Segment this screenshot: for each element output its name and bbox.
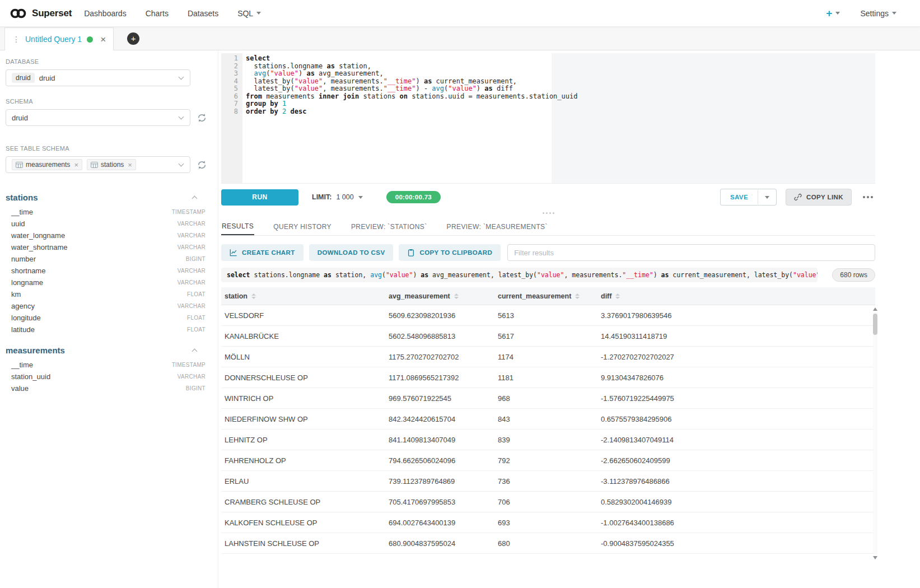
column-type: BIGINT — [186, 385, 206, 391]
limit-dropdown[interactable]: LIMIT: 1 000 — [312, 193, 363, 201]
brand-name: Superset — [32, 8, 72, 19]
sort-icon[interactable] — [615, 293, 620, 299]
sql-editor[interactable]: 12345678 select stations.longname as sta… — [221, 53, 875, 184]
chevron-up-icon[interactable] — [192, 348, 198, 354]
create-chart-button[interactable]: CREATE CHART — [221, 244, 303, 261]
table-row: VELSDORF5609.62309820193656133.376901798… — [221, 305, 875, 326]
table-row: FAHRENHOLZ OP794.6626506024096792-2.6626… — [221, 450, 875, 471]
column-name: number — [11, 255, 36, 263]
table-schema-label: SEE TABLE SCHEMA — [6, 145, 212, 152]
table-cell: -0.9004837595024355 — [597, 539, 875, 548]
table-cell: 792 — [494, 456, 597, 465]
column-type: FLOAT — [187, 326, 206, 333]
column-type: VARCHAR — [178, 374, 206, 380]
settings-dropdown[interactable]: Settings — [860, 9, 896, 18]
resize-grip-icon[interactable] — [543, 212, 554, 214]
plus-icon: + — [826, 8, 832, 18]
schema-table-header-stations[interactable]: stations — [6, 190, 212, 206]
results-tab-3[interactable]: PREVIEW: `MEASUREMENTS` — [446, 218, 548, 235]
table-icon — [91, 162, 98, 168]
column-name: __time — [11, 361, 33, 369]
scroll-up-icon[interactable] — [873, 307, 877, 311]
scroll-down-icon[interactable] — [873, 556, 877, 559]
column-header-current_measurement[interactable]: current_measurement — [494, 292, 597, 300]
results-pane: RESULTSQUERY HISTORYPREVIEW: `STATIONS`P… — [221, 218, 875, 554]
copy-link-button[interactable]: COPY LINK — [786, 189, 852, 206]
tab-close-icon[interactable]: × — [100, 35, 106, 44]
save-dropdown-button[interactable] — [758, 189, 777, 206]
nav-charts[interactable]: Charts — [146, 9, 169, 18]
table-tag-measurements: measurements × — [12, 159, 82, 170]
table-cell: CRAMBERG SCHLEUSE OP — [221, 498, 385, 506]
column-header-station[interactable]: station — [221, 292, 385, 300]
code-line: from measurements inner join stations on… — [246, 93, 875, 101]
download-csv-button[interactable]: DOWNLOAD TO CSV — [309, 244, 394, 261]
brand[interactable]: Superset — [9, 8, 72, 19]
column-type: VARCHAR — [178, 221, 206, 227]
table-cell: 1175.2702702702702 — [385, 353, 494, 361]
schema-table-header-measurements[interactable]: measurements — [6, 343, 212, 359]
chevron-up-icon[interactable] — [192, 195, 198, 201]
table-row: LEHNITZ OP841.1409813407049839-2.1409813… — [221, 430, 875, 450]
table-cell: 680.9004837595024 — [385, 539, 494, 548]
refresh-schema-icon[interactable] — [197, 113, 207, 123]
column-name: longname — [11, 278, 43, 287]
copy-to-clipboard-label: COPY TO CLIPBOARD — [419, 249, 492, 256]
filter-results-input[interactable] — [507, 244, 875, 261]
query-tab-untitled-query-1[interactable]: ⋮ Untitled Query 1 × — [4, 27, 114, 50]
column-type: FLOAT — [187, 315, 206, 321]
top-navbar: Superset Dashboards Charts Datasets SQL … — [0, 0, 920, 27]
table-multiselect[interactable]: measurements × stations × — [6, 156, 190, 173]
column-type: TIMESTAMP — [172, 362, 206, 368]
database-select[interactable]: druid druid — [6, 69, 190, 86]
remove-tag-icon[interactable]: × — [74, 161, 78, 169]
nav-sql-menu[interactable]: SQL — [237, 9, 261, 18]
table-icon — [16, 162, 23, 168]
sort-icon[interactable] — [454, 293, 459, 299]
chevron-down-icon — [179, 114, 184, 120]
scrollbar-thumb[interactable] — [873, 314, 877, 335]
column-name: latitude — [11, 325, 35, 334]
tag-label: measurements — [26, 161, 70, 169]
add-tab-button[interactable]: + — [127, 32, 139, 45]
results-scrollbar[interactable] — [872, 307, 879, 559]
remove-tag-icon[interactable]: × — [128, 161, 132, 169]
table-cell: 794.6626506024096 — [385, 456, 494, 465]
table-cell: -1.2702702702702027 — [597, 353, 875, 361]
chevron-down-icon — [179, 74, 184, 80]
schema-select[interactable]: druid — [6, 109, 190, 126]
column-row: numberBIGINT — [6, 253, 212, 265]
tag-label: stations — [101, 161, 124, 169]
query-tab-strip: ⋮ Untitled Query 1 × + — [0, 27, 920, 50]
copy-to-clipboard-button[interactable]: COPY TO CLIPBOARD — [399, 244, 501, 261]
more-options-button[interactable] — [861, 194, 875, 200]
new-item-dropdown[interactable]: + — [826, 8, 840, 18]
code-line: stations.longname as station, — [246, 63, 875, 71]
table-cell: -3.112378976486866 — [597, 477, 875, 486]
database-backend-badge: druid — [12, 73, 35, 83]
save-button[interactable]: SAVE — [720, 189, 758, 206]
table-tag-stations: stations × — [87, 159, 136, 170]
column-header-label: diff — [601, 292, 611, 300]
column-header-avg_measurement[interactable]: avg_measurement — [385, 292, 494, 300]
nav-dashboards[interactable]: Dashboards — [84, 9, 127, 18]
query-timer-badge: 00:00:00.73 — [386, 191, 441, 203]
results-tab-0[interactable]: RESULTS — [221, 218, 254, 235]
table-cell: 0.5829302004146939 — [597, 498, 875, 506]
table-row: ERLAU739.1123789764869736-3.112378976486… — [221, 471, 875, 492]
refresh-tables-icon[interactable] — [197, 160, 207, 170]
tab-drag-icon[interactable]: ⋮ — [12, 35, 20, 44]
scrollbar-track[interactable] — [873, 312, 877, 554]
results-tab-2[interactable]: PREVIEW: `STATIONS` — [351, 218, 428, 235]
table-cell: 0.6575579384295906 — [597, 415, 875, 423]
results-tab-1[interactable]: QUERY HISTORY — [273, 218, 332, 235]
editor-code[interactable]: select stations.longname as station, avg… — [242, 53, 875, 183]
sort-icon[interactable] — [251, 293, 256, 299]
code-line: order by 2 desc — [246, 108, 875, 116]
table-row: LAHNSTEIN SCHLEUSE OP680.900483759502468… — [221, 533, 875, 554]
nav-datasets[interactable]: Datasets — [188, 9, 218, 18]
sort-icon[interactable] — [575, 293, 580, 299]
column-header-diff[interactable]: diff — [597, 292, 875, 300]
run-button[interactable]: RUN — [221, 189, 298, 206]
code-line: avg("value") as avg_measurement, — [246, 70, 875, 78]
